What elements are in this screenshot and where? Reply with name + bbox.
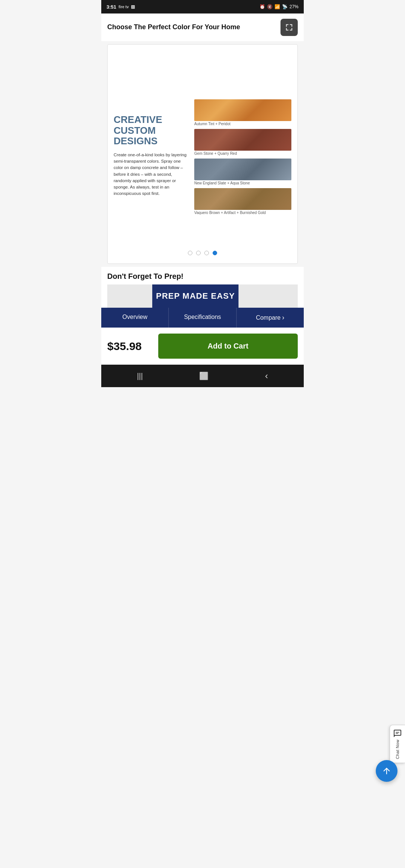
battery-level: 27%	[290, 4, 298, 9]
wifi-icon: 📶	[274, 4, 280, 9]
carousel-heading: CREATIVE CUSTOM DESIGNS	[114, 114, 188, 147]
purchase-bar: $35.98 Add to Cart	[101, 328, 304, 365]
signal-icon: 📡	[282, 4, 288, 9]
carousel-top-space	[114, 51, 291, 99]
page-title: Choose The Perfect Color For Your Home	[107, 23, 277, 31]
status-right: ⏰ 🔇 📶 📡 27%	[260, 4, 298, 9]
add-to-cart-button[interactable]: Add to Cart	[158, 334, 298, 359]
carousel-content: CREATIVE CUSTOM DESIGNS Create one-of-a-…	[114, 99, 291, 216]
swatch-newengland: New England Slate + Aqua Stone	[194, 159, 291, 186]
carousel-dot-1[interactable]	[188, 251, 192, 255]
prep-banner-wrapper: PREP MADE EASY	[107, 284, 298, 308]
carousel-left: CREATIVE CUSTOM DESIGNS Create one-of-a-…	[114, 99, 188, 197]
swatch-vaquero: Vaquero Brown + Artifact + Burnished Gol…	[194, 188, 291, 216]
status-left: 3:51 fire tv ⊞	[106, 4, 135, 10]
brand-label: fire tv	[118, 5, 129, 9]
android-menu-icon[interactable]: |||	[137, 372, 143, 380]
dont-forget-title: Don't Forget To Prep!	[107, 272, 298, 281]
android-nav-bar: ||| ⬜ ‹	[101, 365, 304, 387]
expand-icon	[285, 23, 293, 31]
carousel-container: CREATIVE CUSTOM DESIGNS Create one-of-a-…	[107, 44, 298, 264]
swatch-gemstone: Gem Stone + Quarry Red	[194, 129, 291, 156]
fireos-icon: ⊞	[131, 4, 135, 10]
status-bar: 3:51 fire tv ⊞ ⏰ 🔇 📶 📡 27%	[101, 0, 304, 13]
tab-compare[interactable]: Compare ›	[237, 308, 304, 328]
carousel-dot-4-active[interactable]	[213, 251, 217, 255]
chevron-right-icon: ›	[282, 314, 284, 322]
swatch-autumn: Autumn Tint + Peridot	[194, 99, 291, 127]
android-back-icon[interactable]: ‹	[265, 371, 268, 381]
carousel-swatches: Autumn Tint + Peridot Gem Stone + Quarry…	[194, 99, 291, 216]
alarm-icon: ⏰	[260, 4, 265, 9]
dont-forget-section: Don't Forget To Prep! PREP MADE EASY	[101, 267, 304, 308]
prep-banner: PREP MADE EASY	[152, 284, 238, 308]
tab-overview[interactable]: Overview	[101, 308, 169, 328]
carousel-dot-2[interactable]	[196, 251, 201, 255]
price-display: $35.98	[107, 340, 152, 353]
mute-icon: 🔇	[267, 4, 273, 9]
bottom-tabs: Overview Specifications Compare ›	[101, 308, 304, 328]
carousel-dot-3[interactable]	[204, 251, 209, 255]
carousel-dots	[114, 245, 291, 257]
carousel-description: Create one-of-a-kind looks by layering s…	[114, 152, 188, 197]
time: 3:51	[106, 4, 116, 10]
tab-specifications[interactable]: Specifications	[169, 308, 236, 328]
carousel-bottom-space	[114, 216, 291, 245]
expand-button[interactable]	[280, 19, 298, 36]
android-home-icon[interactable]: ⬜	[199, 371, 208, 380]
header: Choose The Perfect Color For Your Home	[101, 13, 304, 41]
prep-banner-left	[107, 284, 130, 308]
